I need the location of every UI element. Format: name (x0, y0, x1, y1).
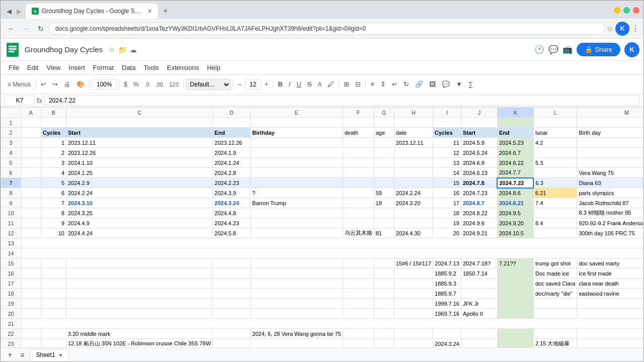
sheet-list-btn[interactable]: ≡ (17, 350, 27, 360)
link-btn[interactable]: 🔗 (413, 78, 426, 90)
row-header[interactable]: 8 (1, 188, 21, 198)
row-header[interactable]: 18 (1, 289, 21, 299)
valign-btn[interactable]: ⇕ (378, 78, 388, 90)
col-header-b[interactable]: B (41, 108, 66, 118)
new-tab-btn[interactable]: + (160, 7, 171, 16)
menu-view[interactable]: View (42, 62, 64, 73)
col-header-m[interactable]: M (577, 108, 643, 118)
func-btn[interactable]: ∑ (466, 78, 475, 90)
filter-btn[interactable]: ▼ (453, 78, 465, 90)
image-btn[interactable]: 🖼 (427, 78, 438, 90)
close-btn[interactable] (633, 7, 639, 14)
col-header-h[interactable]: H (394, 108, 433, 118)
row-header[interactable]: 4 (1, 148, 21, 158)
selected-cell-k7[interactable]: 2024.7.22 (497, 178, 533, 188)
forward-btn[interactable]: → (20, 23, 33, 35)
merge-btn[interactable]: ⊟ (353, 78, 363, 90)
refresh-btn[interactable]: ↻ (35, 23, 47, 35)
sheet-tab-sheet1[interactable]: Sheet1 ▼ (30, 349, 70, 360)
sheet-tab-dropdown-icon[interactable]: ▼ (58, 352, 63, 358)
col-header-d[interactable]: D (213, 108, 251, 118)
cell-reference[interactable] (5, 96, 35, 106)
col-header-k[interactable]: K (497, 108, 533, 118)
row-header[interactable]: 7 (1, 178, 21, 188)
undo-btn[interactable]: ↩ (38, 78, 49, 90)
row-header[interactable]: 17 (1, 279, 21, 289)
browser-tab[interactable]: S Groundhog Day Cycles - Google Sheets ✕ (26, 4, 158, 19)
wrap-btn[interactable]: ↵ (389, 78, 400, 90)
font-size-input[interactable] (245, 79, 261, 89)
comment-icon[interactable]: 💬 (548, 45, 558, 54)
back-btn[interactable]: ← (5, 23, 18, 35)
italic-btn[interactable]: I (286, 78, 293, 90)
user-avatar[interactable]: K (615, 22, 629, 36)
strikethrough-btn[interactable]: S (305, 78, 314, 90)
print-btn[interactable]: 🖨 (61, 78, 73, 90)
bookmark-icon[interactable]: ☆ (607, 25, 613, 33)
col-header-j[interactable]: J (461, 108, 497, 118)
screen-icon[interactable]: 📺 (562, 45, 573, 54)
nav-back-icon[interactable]: ◀ (5, 7, 14, 16)
row-header[interactable]: 10 (1, 208, 21, 218)
redo-btn[interactable]: ↪ (50, 78, 60, 90)
add-sheet-btn[interactable]: + (5, 349, 15, 360)
row-header[interactable]: 22 (1, 329, 21, 339)
star-icon[interactable]: ☆ (109, 46, 115, 54)
row-header[interactable]: 16 (1, 268, 21, 279)
menu-edit[interactable]: Edit (23, 62, 42, 73)
currency-btn[interactable]: $ (121, 79, 130, 90)
row-header[interactable]: 11 (1, 218, 21, 228)
format-paint-btn[interactable]: 🎨 (74, 78, 87, 90)
menu-icon[interactable]: ⋮ (631, 24, 639, 33)
text-color-btn[interactable]: A (315, 79, 324, 90)
share-button[interactable]: 🔒 Share (577, 43, 620, 56)
row-header[interactable]: 2 (1, 128, 21, 138)
border-btn[interactable]: ⊞ (341, 78, 352, 90)
user-avatar-sheets[interactable]: K (624, 42, 639, 57)
menu-help[interactable]: Help (203, 62, 224, 73)
num-format-btn[interactable]: 123 (167, 79, 181, 89)
cloud-icon[interactable]: ☁ (130, 46, 137, 54)
decimal-btn[interactable]: .0 (142, 79, 152, 89)
percent-btn[interactable]: % (131, 79, 141, 90)
col-header-l[interactable]: L (533, 108, 577, 118)
formula-input[interactable] (44, 96, 639, 106)
row-header[interactable]: 9 (1, 198, 21, 208)
menu-data[interactable]: Data (118, 62, 139, 73)
decrease-font-btn[interactable]: – (235, 78, 244, 90)
row-header[interactable]: 23 (1, 339, 21, 348)
maximize-btn[interactable] (623, 7, 630, 14)
menu-file[interactable]: File (5, 62, 23, 73)
row-header[interactable]: 6 (1, 168, 21, 178)
row-header[interactable]: 1 (1, 118, 21, 128)
align-btn[interactable]: ≡ (368, 78, 377, 90)
menus-btn[interactable]: ≡ Menus (5, 79, 34, 90)
row-header[interactable]: 3 (1, 138, 21, 148)
row-header[interactable]: 13 (1, 238, 21, 248)
decimal2-btn[interactable]: .00 (153, 79, 166, 89)
col-header-i[interactable]: I (433, 108, 461, 118)
bold-btn[interactable]: B (275, 78, 285, 90)
increase-font-btn[interactable]: + (262, 78, 271, 90)
history-icon[interactable]: 🕐 (534, 45, 544, 54)
nav-forward-icon[interactable]: ▶ (15, 7, 24, 16)
underline-btn[interactable]: U (294, 78, 303, 90)
row-header[interactable]: 5 (1, 158, 21, 168)
url-bar[interactable]: docs.google.com/spreadsheets/d/1xoaTezYW… (49, 23, 605, 35)
comment-btn[interactable]: 💬 (439, 78, 452, 90)
menu-format[interactable]: Format (89, 62, 118, 73)
row-header[interactable]: 19 (1, 299, 21, 309)
col-header-a[interactable]: A (21, 108, 41, 118)
rotate-btn[interactable]: ↻ (401, 78, 412, 90)
minimize-btn[interactable] (614, 7, 620, 14)
row-header[interactable]: 20 (1, 309, 21, 319)
row-header[interactable]: 15 (1, 258, 21, 268)
row-header[interactable]: 14 (1, 248, 21, 258)
menu-insert[interactable]: Insert (64, 62, 89, 73)
folder-icon[interactable]: 📁 (118, 46, 127, 54)
col-header-c[interactable]: C (66, 108, 213, 118)
zoom-input[interactable] (92, 79, 117, 89)
menu-extensions[interactable]: Extensions (163, 62, 203, 73)
tab-close-icon[interactable]: ✕ (147, 8, 152, 15)
row-header[interactable]: 12 (1, 228, 21, 238)
